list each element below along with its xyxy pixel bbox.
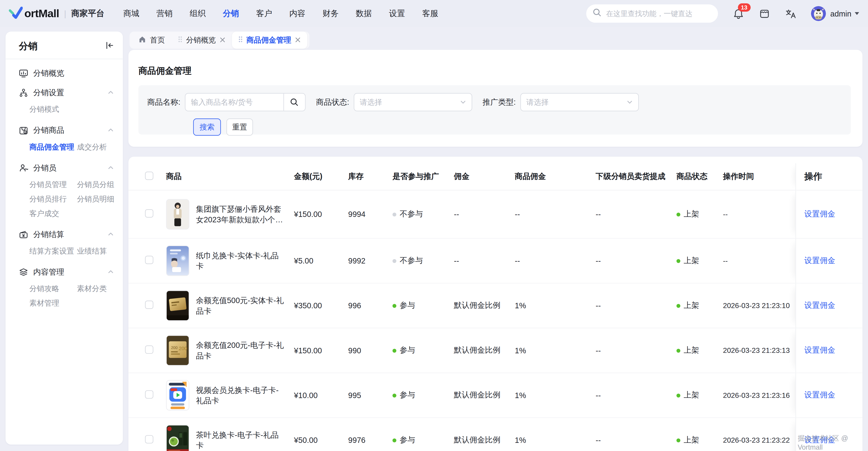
set-commission-link[interactable]: 设置佣金	[804, 301, 835, 310]
table-row: 余额充值500元-实体卡-礼品卡 ¥350.00 996 参与 默认佣金比例 1…	[128, 283, 863, 328]
drag-handle-icon[interactable]	[178, 36, 182, 44]
tab-label: 分销概览	[186, 35, 216, 45]
status-dot	[393, 304, 396, 308]
sidebar-group-settlement[interactable]: 分销结算	[19, 225, 115, 244]
product-commission-cell: 1%	[515, 346, 526, 355]
set-commission-link[interactable]: 设置佣金	[804, 390, 835, 400]
nav-item-service[interactable]: 客服	[422, 8, 438, 19]
sub-commission-cell: --	[596, 210, 601, 219]
select-all-checkbox[interactable]	[145, 172, 153, 180]
nav-item-content[interactable]: 内容	[289, 8, 305, 19]
sidebar-item-distributor-mgmt[interactable]: 分销员管理	[29, 178, 77, 192]
user-menu-caret-icon[interactable]	[855, 12, 859, 15]
product-name: 视频会员兑换卡-电子卡-礼品卡	[196, 385, 286, 405]
sidebar-item-customer-deal[interactable]: 客户成交	[29, 207, 77, 221]
notification-bell[interactable]: 13	[733, 8, 744, 19]
brand-suffix: 商家平台	[71, 8, 104, 19]
chevron-up-icon	[107, 88, 114, 97]
row-checkbox[interactable]	[145, 256, 153, 264]
product-image	[166, 246, 189, 276]
col-promo: 是否参与推广	[393, 172, 439, 182]
sidebar-item-strategy[interactable]: 分销攻略	[29, 282, 77, 296]
workbench-icon[interactable]	[759, 8, 770, 19]
username[interactable]: admin	[830, 9, 851, 18]
close-icon[interactable]	[220, 36, 225, 44]
status-cell: 上架	[677, 256, 699, 266]
stock-cell: 995	[348, 391, 361, 400]
nav-item-settings[interactable]: 设置	[389, 8, 405, 19]
nav-item-marketing[interactable]: 营销	[156, 8, 173, 19]
sidebar-item-performance-settlement[interactable]: 业绩结算	[77, 244, 115, 259]
sidebar-group-label: 分销结算	[33, 230, 64, 240]
reset-button[interactable]: 重置	[226, 119, 253, 136]
drag-handle-icon[interactable]	[239, 36, 243, 44]
sidebar-item-overview[interactable]: 分销概览	[19, 64, 115, 83]
row-checkbox[interactable]	[145, 345, 153, 354]
sub-commission-cell: --	[596, 301, 601, 310]
set-commission-link[interactable]: 设置佣金	[804, 209, 835, 219]
tab-home[interactable]: 首页	[132, 32, 172, 49]
time-cell: 2026-03-23 21:23:22	[723, 436, 790, 445]
product-name-input[interactable]	[185, 98, 283, 106]
search-button[interactable]: 搜索	[193, 119, 221, 136]
col-action: 操作	[796, 163, 862, 190]
nav-item-data[interactable]: 数据	[356, 8, 372, 19]
sidebar-group-label: 分销设置	[33, 88, 64, 98]
set-commission-link[interactable]: 设置佣金	[804, 256, 835, 266]
row-checkbox[interactable]	[145, 301, 153, 309]
sidebar-item-distributor-group[interactable]: 分销员分组	[77, 178, 115, 192]
sidebar-item-deal-analysis[interactable]: 成交分析	[77, 140, 115, 154]
product-name: 茶叶兑换卡-电子卡-礼品卡	[196, 430, 286, 450]
sidebar-collapse-icon[interactable]	[105, 41, 114, 52]
nav-item-mall[interactable]: 商城	[123, 8, 139, 19]
sidebar-item-material-category[interactable]: 素材分类	[77, 282, 115, 296]
global-search-input[interactable]	[605, 9, 711, 18]
chevron-up-icon	[107, 268, 114, 276]
row-checkbox[interactable]	[145, 435, 153, 444]
row-checkbox[interactable]	[145, 209, 153, 218]
sidebar-group-goods[interactable]: 分销商品	[19, 121, 115, 140]
set-commission-link[interactable]: 设置佣金	[804, 345, 835, 355]
global-search[interactable]	[586, 4, 718, 23]
price-cell: ¥10.00	[294, 391, 318, 400]
sidebar-item-settlement-plan[interactable]: 结算方案设置	[29, 244, 77, 259]
language-translate-icon[interactable]	[785, 8, 796, 19]
home-icon	[138, 35, 146, 45]
table-header: 商品 金额(元) 库存 是否参与推广 佣金 商品佣金 下级分销员卖货提成 商品状…	[128, 163, 863, 190]
sidebar-item-material-mgmt[interactable]: 素材管理	[29, 296, 77, 311]
sidebar-group-distributors[interactable]: 分销员	[19, 158, 115, 178]
user-avatar[interactable]	[811, 6, 826, 21]
nav-item-org[interactable]: 组织	[190, 8, 206, 19]
status-cell: 上架	[677, 209, 699, 219]
stock-cell: 9994	[348, 210, 366, 219]
product-image	[166, 425, 189, 451]
sidebar-item-mode[interactable]: 分销模式	[29, 102, 77, 117]
sidebar-group-settings[interactable]: 分销设置	[19, 83, 115, 102]
sidebar-item-label: 分销概览	[33, 68, 64, 78]
select-placeholder: 请选择	[526, 97, 549, 107]
chevron-down-icon	[626, 99, 632, 105]
row-checkbox[interactable]	[145, 390, 153, 399]
close-icon[interactable]	[295, 36, 301, 44]
brand[interactable]: ortMall | 商家平台	[9, 6, 104, 21]
sidebar-item-distributor-rank[interactable]: 分销员排行	[29, 192, 77, 207]
promo-type-select[interactable]: 请选择	[520, 93, 639, 111]
svg-text:200: 200	[179, 345, 187, 351]
tab-distribution-overview[interactable]: 分销概览	[172, 32, 232, 49]
sidebar-group-content[interactable]: 内容管理	[19, 262, 115, 282]
nav-item-customer[interactable]: 客户	[256, 8, 272, 19]
tab-commission-mgmt[interactable]: 商品佣金管理	[232, 32, 307, 49]
product-status-select[interactable]: 请选择	[354, 93, 472, 111]
nav-item-finance[interactable]: 财务	[322, 8, 339, 19]
field-search-button[interactable]	[283, 94, 305, 111]
sidebar-item-distributor-detail[interactable]: 分销员明细	[77, 192, 115, 207]
nav-item-distribution[interactable]: 分销	[223, 8, 239, 19]
sidebar-title: 分销	[19, 40, 37, 53]
stock-cell: 996	[348, 301, 361, 310]
status-dot	[677, 393, 680, 397]
product-commission-cell: 1%	[515, 435, 526, 445]
sidebar-item-commission-mgmt[interactable]: 商品佣金管理	[29, 140, 77, 154]
action-cell: 设置佣金	[796, 190, 862, 238]
commission-cell: --	[454, 210, 459, 219]
search-icon	[593, 8, 601, 19]
